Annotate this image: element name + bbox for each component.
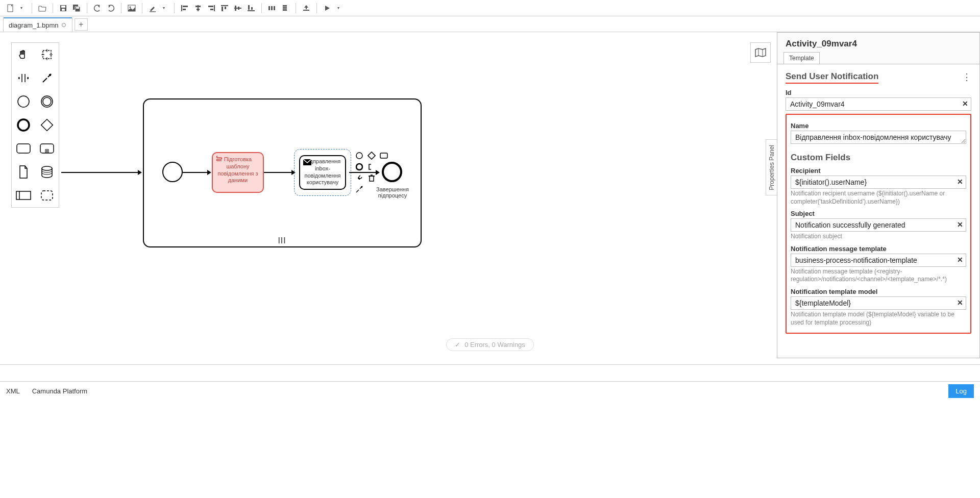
sequence-flow[interactable]: [183, 172, 210, 173]
ctx-delete-icon[interactable]: [366, 173, 377, 183]
distribute-v-button[interactable]: [279, 2, 291, 14]
id-input[interactable]: [786, 97, 971, 111]
palette-space-tool[interactable]: [12, 66, 35, 90]
palette-intermediate-event[interactable]: [35, 90, 59, 113]
ctx-annotation-icon[interactable]: [366, 162, 377, 172]
recipient-clear-button[interactable]: ✕: [957, 178, 963, 186]
msg-template-input[interactable]: [791, 254, 966, 267]
align-center-button[interactable]: [192, 2, 204, 14]
tpl-model-clear-button[interactable]: ✕: [957, 298, 963, 307]
add-tab-button[interactable]: +: [75, 18, 88, 31]
svg-rect-23: [235, 6, 236, 11]
palette-lasso-tool[interactable]: [35, 43, 59, 66]
save-button[interactable]: [57, 2, 69, 14]
ctx-wrench-icon[interactable]: [354, 173, 364, 183]
run-dropdown[interactable]: ▾: [332, 2, 345, 14]
palette-connect-tool[interactable]: [35, 66, 59, 90]
subject-clear-button[interactable]: ✕: [957, 220, 963, 229]
sequence-flow[interactable]: [61, 172, 141, 173]
undo-button[interactable]: [91, 2, 104, 14]
ctx-end-event-icon[interactable]: [354, 162, 364, 172]
svg-rect-38: [368, 152, 375, 159]
svg-point-51: [18, 96, 29, 107]
svg-rect-41: [370, 176, 374, 181]
palette-task[interactable]: [12, 137, 35, 160]
svg-point-54: [18, 119, 29, 131]
palette-data-object[interactable]: [12, 160, 35, 184]
palette-group[interactable]: [35, 184, 59, 207]
ctx-start-event-icon[interactable]: [354, 151, 364, 161]
align-middle-button[interactable]: [232, 2, 244, 14]
properties-panel: Activity_09mvar4 Template Send User Noti…: [777, 32, 980, 358]
unsaved-indicator: [62, 23, 66, 27]
svg-point-40: [356, 164, 362, 170]
svg-rect-30: [274, 6, 275, 10]
template-name: Send User Notification: [786, 71, 878, 84]
svg-rect-24: [238, 7, 239, 10]
export-image-button[interactable]: [126, 2, 138, 14]
platform-tab[interactable]: Camunda Platform: [32, 387, 87, 395]
svg-rect-32: [283, 7, 287, 9]
align-bottom-button[interactable]: [245, 2, 257, 14]
main-toolbar: ▾ ▾ ▾: [0, 0, 980, 16]
svg-rect-17: [208, 6, 213, 7]
template-tab[interactable]: Template: [783, 52, 820, 64]
minimap-toggle[interactable]: [750, 42, 771, 63]
file-tab[interactable]: diagram_1.bpmn: [3, 17, 72, 32]
svg-rect-9: [150, 11, 156, 12]
run-button[interactable]: [321, 2, 333, 14]
sequence-flow[interactable]: [264, 172, 295, 173]
file-tab-label: diagram_1.bpmn: [9, 21, 59, 29]
palette-gateway[interactable]: [35, 113, 59, 137]
name-label: Name: [791, 122, 966, 130]
palette-data-store[interactable]: [35, 160, 59, 184]
align-right-button[interactable]: [205, 2, 217, 14]
tpl-model-input[interactable]: [791, 296, 966, 310]
highlighted-fields: Name Відправлення inbox-повідомлення кор…: [786, 114, 971, 334]
color-button[interactable]: [146, 2, 159, 14]
svg-rect-56: [17, 144, 30, 153]
palette-end-event[interactable]: [12, 113, 35, 137]
msg-template-clear-button[interactable]: ✕: [957, 256, 963, 264]
ctx-connect-icon[interactable]: [354, 184, 364, 194]
msg-template-hint: Notification message template (<registry…: [791, 268, 966, 284]
distribute-h-button[interactable]: [266, 2, 278, 14]
name-input[interactable]: Відправлення inbox-повідомлення користув…: [791, 131, 966, 144]
log-button[interactable]: Log: [948, 384, 974, 398]
tabs-bar: diagram_1.bpmn +: [0, 16, 980, 32]
id-label: Id: [786, 89, 971, 96]
open-button[interactable]: [36, 2, 48, 14]
deploy-button[interactable]: [300, 2, 312, 14]
align-top-button[interactable]: [218, 2, 231, 14]
palette-hand-tool[interactable]: [12, 43, 35, 66]
ctx-gateway-icon[interactable]: [366, 151, 377, 161]
template-menu-button[interactable]: ⋮: [962, 71, 971, 83]
save-all-button[interactable]: [70, 2, 83, 14]
script-task[interactable]: Підготовка шаблону повідомлення з даними: [212, 152, 264, 193]
id-clear-button[interactable]: ✕: [962, 99, 968, 108]
subprocess-marker-icon: |||: [278, 236, 286, 243]
palette-pool[interactable]: [12, 184, 35, 207]
xml-tab[interactable]: XML: [6, 387, 20, 395]
send-task-selected[interactable]: Відправлення inbox-повідомлення користув…: [297, 152, 348, 193]
align-left-button[interactable]: [179, 2, 191, 14]
palette-subprocess[interactable]: [35, 137, 59, 160]
new-file-button[interactable]: [4, 2, 16, 14]
start-event[interactable]: [162, 162, 183, 182]
svg-rect-27: [251, 7, 253, 10]
properties-panel-toggle[interactable]: Properties Panel: [766, 139, 777, 195]
color-dropdown[interactable]: ▾: [158, 2, 170, 14]
svg-rect-62: [16, 191, 31, 200]
diagram-canvas[interactable]: ||| Підготовка шаблону повідомлення з да…: [0, 32, 777, 358]
recipient-label: Recipient: [791, 167, 966, 175]
ctx-task-icon[interactable]: [379, 151, 389, 161]
problems-bar[interactable]: ✓ 0 Errors, 0 Warnings: [446, 338, 534, 351]
recipient-input[interactable]: [791, 176, 966, 189]
svg-rect-31: [283, 5, 287, 7]
new-file-dropdown[interactable]: ▾: [15, 2, 28, 14]
palette-start-event[interactable]: [12, 90, 35, 113]
subject-input[interactable]: [791, 218, 966, 232]
redo-button[interactable]: [105, 2, 117, 14]
svg-rect-20: [222, 7, 223, 11]
context-pad: [354, 151, 389, 194]
